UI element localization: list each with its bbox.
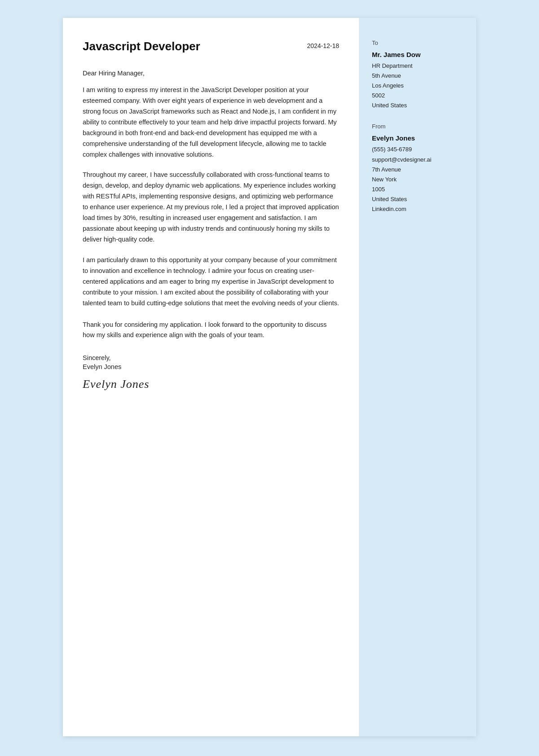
left-panel: Javascript Developer 2024-12-18 Dear Hir… — [63, 18, 359, 736]
from-email: support@cvdesigner.ai — [372, 155, 464, 165]
date: 2024-12-18 — [307, 42, 339, 49]
to-name: Mr. James Dow — [372, 51, 464, 58]
to-country: United States — [372, 101, 464, 110]
greeting: Dear Hiring Manager, — [83, 70, 339, 77]
cover-letter-page: Javascript Developer 2024-12-18 Dear Hir… — [63, 18, 476, 736]
from-website: Linkedin.com — [372, 204, 464, 214]
to-city: Los Angeles — [372, 81, 464, 91]
from-street: 7th Avenue — [372, 165, 464, 175]
header-row: Javascript Developer 2024-12-18 — [83, 40, 339, 53]
closing-word: Sincerely, — [83, 354, 339, 361]
paragraph-2: Throughout my career, I have successfull… — [83, 170, 339, 245]
to-label: To — [372, 40, 464, 46]
to-department: HR Department — [372, 61, 464, 71]
from-label: From — [372, 123, 464, 130]
paragraph-4: Thank you for considering my application… — [83, 320, 339, 341]
from-city: New York — [372, 175, 464, 185]
to-zip: 5002 — [372, 91, 464, 101]
closing-name: Evelyn Jones — [83, 363, 339, 370]
from-zip: 1005 — [372, 185, 464, 194]
job-title: Javascript Developer — [83, 40, 200, 53]
paragraph-3: I am particularly drawn to this opportun… — [83, 255, 339, 309]
closing-block: Thank you for considering my application… — [83, 320, 339, 391]
paragraph-1: I am writing to express my interest in t… — [83, 85, 339, 160]
from-name: Evelyn Jones — [372, 134, 464, 142]
to-street: 5th Avenue — [372, 71, 464, 81]
section-divider — [372, 110, 464, 123]
signature: Evelyn Jones — [83, 378, 339, 391]
right-panel: To Mr. James Dow HR Department 5th Avenu… — [359, 18, 476, 736]
from-country: United States — [372, 194, 464, 204]
from-phone: (555) 345-6789 — [372, 145, 464, 154]
